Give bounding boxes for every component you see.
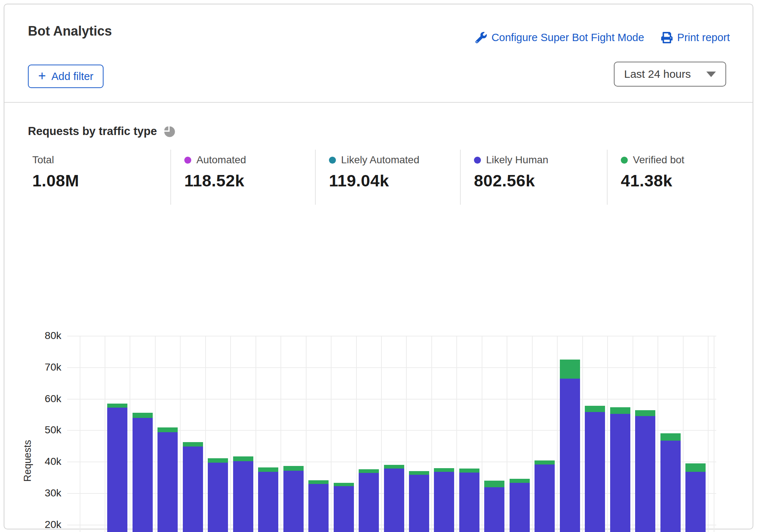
time-range-value: Last 24 hours <box>624 68 691 80</box>
stat-automated[interactable]: Automated118.52k <box>170 150 315 205</box>
y-tick-label: 60k <box>15 393 61 405</box>
bar-segment-likely-human <box>308 484 329 532</box>
stat-verified-bot[interactable]: Verified bot41.38k <box>607 150 731 205</box>
bar-segment-verified-bot <box>660 433 681 441</box>
bar-segment-likely-human <box>208 463 228 532</box>
stat-label-row: Likely Human <box>474 154 607 166</box>
bar-segment-verified-bot <box>685 463 706 471</box>
pie-chart-icon <box>163 125 175 138</box>
print-link-label: Print report <box>677 32 730 44</box>
wrench-icon <box>475 32 487 43</box>
bar-segment-verified-bot <box>208 458 228 463</box>
verified-bot-legend-dot <box>621 157 628 164</box>
y-tick-label: 30k <box>15 487 61 499</box>
bar-segment-likely-human <box>535 464 555 532</box>
v-gridline <box>714 336 714 532</box>
bar-segment-likely-human <box>283 471 304 532</box>
bar-segment-verified-bot <box>308 480 329 484</box>
add-filter-label: Add filter <box>51 70 93 83</box>
bot-analytics-card: Bot Analytics Configure Super Bot Fight … <box>4 4 753 529</box>
v-gridline <box>708 336 709 532</box>
v-gridline <box>155 336 156 532</box>
h-gridline <box>67 336 716 336</box>
bar-segment-likely-human <box>610 414 630 532</box>
plus-icon: + <box>38 69 46 83</box>
v-gridline <box>130 336 130 532</box>
stat-label-row: Automated <box>184 154 315 166</box>
bar-segment-verified-bot <box>258 467 278 472</box>
bar-segment-likely-human <box>183 447 203 532</box>
h-gridline <box>67 367 716 368</box>
v-gridline <box>582 336 583 532</box>
v-gridline <box>607 336 608 532</box>
stat-value: 41.38k <box>621 171 731 190</box>
bar-segment-likely-human <box>133 418 153 532</box>
likely-human-legend-dot <box>474 157 481 164</box>
stat-label: Likely Human <box>486 154 548 166</box>
v-gridline <box>205 336 206 532</box>
bar-segment-verified-bot <box>283 466 304 471</box>
bar-segment-verified-bot <box>535 460 555 464</box>
configure-super-bot-fight-mode-link[interactable]: Configure Super Bot Fight Mode <box>475 32 644 44</box>
requests-chart[interactable]: Time (local) 010k20k30k40k50k60k70k80k11… <box>69 336 715 532</box>
v-gridline <box>105 336 105 532</box>
stat-total[interactable]: Total1.08M <box>28 150 170 205</box>
stat-label-row: Total <box>32 154 170 166</box>
stat-label-row: Likely Automated <box>329 154 460 166</box>
v-gridline <box>256 336 256 532</box>
bar-segment-likely-human <box>107 408 127 532</box>
bar-segment-verified-bot <box>334 483 354 486</box>
header-links: Configure Super Bot Fight Mode Print rep… <box>475 32 730 44</box>
automated-legend-dot <box>184 157 191 164</box>
bar-segment-likely-human <box>409 475 429 532</box>
v-gridline <box>658 336 658 532</box>
bar-segment-verified-bot <box>157 427 178 433</box>
bar-segment-likely-human <box>459 473 479 532</box>
print-report-link[interactable]: Print report <box>661 32 730 44</box>
h-gridline <box>67 399 716 400</box>
likely-automated-legend-dot <box>329 157 336 164</box>
bar-segment-verified-bot <box>510 479 530 483</box>
stat-likely-automated[interactable]: Likely Automated119.04k <box>315 150 460 205</box>
y-tick-label: 20k <box>15 519 61 531</box>
v-gridline <box>456 336 457 532</box>
chevron-down-icon <box>706 72 716 77</box>
stat-label: Automated <box>196 154 246 166</box>
v-gridline <box>507 336 507 532</box>
bar-segment-verified-bot <box>610 407 630 414</box>
bar-segment-likely-human <box>334 486 354 532</box>
stat-label: Total <box>32 154 54 166</box>
bar-segment-verified-bot <box>409 471 429 475</box>
v-gridline <box>431 336 432 532</box>
stat-label: Likely Automated <box>341 154 419 166</box>
stats-row: Total1.08MAutomated118.52kLikely Automat… <box>28 150 731 205</box>
v-gridline <box>381 336 382 532</box>
v-gridline <box>306 336 307 532</box>
stat-value: 118.52k <box>184 171 315 190</box>
v-gridline <box>406 336 407 532</box>
v-gridline <box>230 336 231 532</box>
bar-segment-likely-human <box>510 483 530 532</box>
stat-value: 1.08M <box>32 171 170 190</box>
v-gridline <box>356 336 357 532</box>
bar-segment-verified-bot <box>484 481 504 487</box>
y-tick-label: 70k <box>15 361 61 373</box>
bar-segment-likely-human <box>384 469 404 532</box>
v-gridline <box>633 336 633 532</box>
section-heading: Requests by traffic type <box>28 125 157 138</box>
bar-segment-likely-human <box>635 416 655 532</box>
stat-likely-human[interactable]: Likely Human802.56k <box>460 150 607 205</box>
y-tick-label: 40k <box>15 456 61 467</box>
v-gridline <box>532 336 533 532</box>
v-gridline <box>557 336 558 532</box>
configure-link-label: Configure Super Bot Fight Mode <box>492 32 644 44</box>
bar-segment-verified-bot <box>585 406 605 412</box>
bar-segment-verified-bot <box>133 413 153 418</box>
stat-value: 119.04k <box>329 171 460 190</box>
add-filter-button[interactable]: + Add filter <box>28 65 104 88</box>
v-gridline <box>331 336 332 532</box>
card-body: Requests by traffic type Total1.08MAutom… <box>4 103 753 529</box>
v-gridline <box>180 336 181 532</box>
time-range-select[interactable]: Last 24 hours <box>614 62 726 87</box>
bar-segment-likely-human <box>434 472 454 532</box>
